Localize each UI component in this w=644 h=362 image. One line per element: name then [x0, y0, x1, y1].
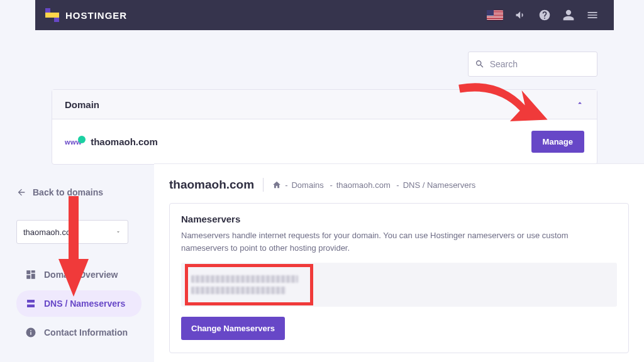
- top-actions: [487, 9, 599, 21]
- caret-down-icon: [115, 229, 121, 235]
- nameservers-card: Nameservers Nameservers handle internet …: [169, 203, 629, 353]
- nameserver-value-redacted: [191, 275, 298, 283]
- menu-icon[interactable]: [586, 9, 599, 21]
- server-icon: [25, 298, 36, 309]
- domain-card-header[interactable]: Domain: [52, 90, 597, 119]
- crumb-domains[interactable]: Domains: [291, 180, 323, 190]
- arrow-left-icon: [16, 187, 26, 197]
- sidebar-item-label: DNS / Nameservers: [44, 299, 125, 309]
- divider: [263, 178, 264, 192]
- lower-panel: Back to domains thaomaoh.com Domain Over…: [0, 163, 644, 362]
- domain-heading: Domain: [65, 99, 99, 110]
- brand-logo[interactable]: HOSTINGER: [45, 8, 127, 22]
- nameserver-value-redacted: [191, 287, 286, 294]
- sidebar-item-label: Contact Information: [44, 327, 128, 337]
- domain-row: www thaomaoh.com Manage: [52, 119, 597, 164]
- ns-description: Nameservers handle internet requests for…: [181, 229, 617, 254]
- content-header: thaomaoh.com - Domains - thaomaoh.com - …: [169, 178, 629, 192]
- www-badge-icon: www: [65, 138, 82, 146]
- top-nav: HOSTINGER: [35, 0, 614, 30]
- sidebar: Back to domains thaomaoh.com Domain Over…: [0, 163, 154, 362]
- content-area: thaomaoh.com - Domains - thaomaoh.com - …: [154, 163, 644, 362]
- home-icon: [272, 180, 281, 189]
- domain-card: Domain www thaomaoh.com Manage: [52, 89, 597, 165]
- breadcrumb: - Domains - thaomaoh.com - DNS / Nameser…: [272, 180, 475, 190]
- ns-heading: Nameservers: [181, 214, 617, 224]
- search-box[interactable]: [468, 52, 597, 77]
- flag-us-icon[interactable]: [487, 10, 503, 20]
- domain-name: thaomaoh.com: [91, 136, 158, 147]
- announce-icon[interactable]: [514, 9, 527, 21]
- sidebar-item-dns[interactable]: DNS / Nameservers: [16, 290, 142, 317]
- domain-select-value: thaomaoh.com: [23, 228, 77, 237]
- search-input[interactable]: [490, 59, 591, 69]
- crumb-domain[interactable]: thaomaoh.com: [336, 180, 391, 190]
- info-icon: [25, 327, 36, 338]
- sidebar-item-contact[interactable]: Contact Information: [16, 319, 142, 346]
- chevron-up-icon: [575, 99, 584, 110]
- upper-panel: Domain www thaomaoh.com Manage: [35, 30, 614, 165]
- sidebar-item-overview[interactable]: Domain Overview: [16, 261, 142, 288]
- domain-select[interactable]: thaomaoh.com: [16, 220, 128, 244]
- search-icon: [475, 58, 485, 70]
- nameserver-values: [181, 263, 617, 307]
- change-nameservers-button[interactable]: Change Nameservers: [181, 317, 285, 340]
- page-title: thaomaoh.com: [169, 178, 254, 192]
- user-icon[interactable]: [562, 9, 575, 21]
- highlight-box: [185, 264, 313, 305]
- dashboard-icon: [25, 269, 36, 280]
- hostinger-logo-icon: [45, 8, 59, 22]
- sidebar-item-label: Domain Overview: [44, 270, 118, 280]
- back-label: Back to domains: [33, 187, 103, 197]
- back-to-domains[interactable]: Back to domains: [16, 187, 142, 197]
- brand-text: HOSTINGER: [65, 10, 127, 21]
- help-icon[interactable]: [538, 9, 551, 21]
- crumb-current: DNS / Nameservers: [403, 180, 476, 190]
- manage-button[interactable]: Manage: [531, 131, 584, 153]
